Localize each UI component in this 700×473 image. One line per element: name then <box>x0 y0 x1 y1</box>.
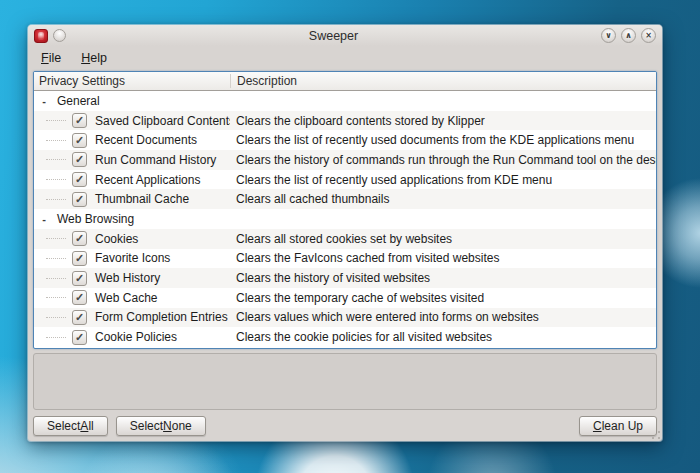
tree-group-row[interactable]: -General <box>34 91 656 111</box>
checkmark-icon: ✓ <box>75 332 84 343</box>
resize-grip[interactable] <box>652 431 660 439</box>
name-cell: ✓Cookies <box>34 231 230 246</box>
checkmark-icon: ✓ <box>75 194 84 205</box>
item-checkbox[interactable]: ✓ <box>72 310 87 325</box>
item-description: Clears all cached thumbnails <box>230 192 656 206</box>
item-description: Clears the history of visited websites <box>230 271 656 285</box>
item-label: Web History <box>95 271 160 285</box>
tree-item-row[interactable]: ✓Thumbnail CacheClears all cached thumbn… <box>34 189 656 209</box>
group-label: General <box>57 94 100 108</box>
privacy-settings-tree: Privacy Settings Description -General✓Sa… <box>33 71 657 349</box>
item-checkbox[interactable]: ✓ <box>72 113 87 128</box>
item-checkbox[interactable]: ✓ <box>72 330 87 345</box>
checkmark-icon: ✓ <box>75 115 84 126</box>
tree-item-row[interactable]: ✓Form Completion EntriesClears values wh… <box>34 308 656 328</box>
item-label: Recent Documents <box>95 133 197 147</box>
tree-item-row[interactable]: ✓Recent ApplicationsClears the list of r… <box>34 170 656 190</box>
item-checkbox[interactable]: ✓ <box>72 251 87 266</box>
chevron-down-icon: ∨ <box>605 32 612 40</box>
tree-branch-line <box>46 179 66 180</box>
item-label: Web Cache <box>95 291 157 305</box>
tree-item-row[interactable]: ✓Web CacheClears the temporary cache of … <box>34 288 656 308</box>
tree-group-row[interactable]: -Web Browsing <box>34 209 656 229</box>
item-checkbox[interactable]: ✓ <box>72 152 87 167</box>
select-all-button[interactable]: Select All <box>33 416 108 436</box>
tree-item-row[interactable]: ✓Recent DocumentsClears the list of rece… <box>34 130 656 150</box>
item-label: Cookies <box>95 232 138 246</box>
item-checkbox[interactable]: ✓ <box>72 133 87 148</box>
collapse-expander-icon[interactable]: - <box>39 214 49 224</box>
tree-branch-line <box>46 258 66 259</box>
item-checkbox[interactable]: ✓ <box>72 192 87 207</box>
cleanup-output-area <box>33 353 657 410</box>
name-cell: ✓Favorite Icons <box>34 251 230 266</box>
checkmark-icon: ✓ <box>75 154 84 165</box>
name-cell: ✓Saved Clipboard Contents <box>34 113 230 128</box>
name-cell: -Web Browsing <box>34 212 230 226</box>
name-cell: ✓Cookie Policies <box>34 330 230 345</box>
tree-branch-line <box>46 317 66 318</box>
select-none-button[interactable]: Select None <box>116 416 206 436</box>
name-cell: ✓Web Cache <box>34 290 230 305</box>
tree-item-row[interactable]: ✓CookiesClears all stored cookies set by… <box>34 229 656 249</box>
column-header-description[interactable]: Description <box>230 74 656 88</box>
tree-item-row[interactable]: ✓Cookie PoliciesClears the cookie polici… <box>34 327 656 347</box>
checkmark-icon: ✓ <box>75 312 84 323</box>
tree-branch-line <box>46 199 66 200</box>
close-icon: × <box>645 32 652 40</box>
minimize-button[interactable]: ∨ <box>601 28 616 43</box>
name-cell: ✓Web History <box>34 271 230 286</box>
tree-branch-line <box>46 337 66 338</box>
titlebar[interactable]: Sweeper ∨ ∧ × <box>28 25 662 46</box>
item-description: Clears all stored cookies set by website… <box>230 232 656 246</box>
item-description: Clears the cookie policies for all visit… <box>230 330 656 344</box>
tree-branch-line <box>46 140 66 141</box>
maximize-button[interactable]: ∧ <box>621 28 636 43</box>
tree-branch-line <box>46 278 66 279</box>
checkmark-icon: ✓ <box>75 273 84 284</box>
column-header-privacy-settings[interactable]: Privacy Settings <box>34 74 230 88</box>
checkmark-icon: ✓ <box>75 233 84 244</box>
name-cell: ✓Form Completion Entries <box>34 310 230 325</box>
tree-branch-line <box>46 297 66 298</box>
button-row: Select All Select None Clean Up <box>33 416 657 436</box>
item-checkbox[interactable]: ✓ <box>72 231 87 246</box>
item-label: Cookie Policies <box>95 330 177 344</box>
item-label: Saved Clipboard Contents <box>95 114 230 128</box>
tree-item-row[interactable]: ✓Saved Clipboard ContentsClears the clip… <box>34 111 656 131</box>
checkmark-icon: ✓ <box>75 253 84 264</box>
tree-rows: -General✓Saved Clipboard ContentsClears … <box>34 91 656 347</box>
item-checkbox[interactable]: ✓ <box>72 290 87 305</box>
window-title: Sweeper <box>71 29 596 43</box>
item-label: Recent Applications <box>95 173 200 187</box>
item-label: Thumbnail Cache <box>95 192 189 206</box>
tree-item-row[interactable]: ✓Run Command HistoryClears the history o… <box>34 150 656 170</box>
sweeper-window: Sweeper ∨ ∧ × FileHelp Privacy Settings … <box>28 25 662 441</box>
item-description: Clears the list of recently used documen… <box>230 133 656 147</box>
item-label: Form Completion Entries <box>95 310 228 324</box>
tree-branch-line <box>46 159 66 160</box>
collapse-expander-icon[interactable]: - <box>39 96 49 106</box>
name-cell: ✓Run Command History <box>34 152 230 167</box>
group-label: Web Browsing <box>57 212 134 226</box>
menu-bar: FileHelp <box>28 46 662 70</box>
checkmark-icon: ✓ <box>75 135 84 146</box>
item-description: Clears the FavIcons cached from visited … <box>230 251 656 265</box>
item-checkbox[interactable]: ✓ <box>72 271 87 286</box>
item-label: Run Command History <box>95 153 216 167</box>
name-cell: ✓Recent Applications <box>34 172 230 187</box>
name-cell: -General <box>34 94 230 108</box>
tree-branch-line <box>46 238 66 239</box>
tree-branch-line <box>46 120 66 121</box>
item-label: Favorite Icons <box>95 251 170 265</box>
menu-help[interactable]: Help <box>78 49 110 67</box>
menu-file[interactable]: File <box>38 49 64 67</box>
tree-item-row[interactable]: ✓Favorite IconsClears the FavIcons cache… <box>34 249 656 269</box>
item-checkbox[interactable]: ✓ <box>72 172 87 187</box>
tree-item-row[interactable]: ✓Web HistoryClears the history of visite… <box>34 268 656 288</box>
name-cell: ✓Thumbnail Cache <box>34 192 230 207</box>
close-button[interactable]: × <box>641 28 656 43</box>
clean-up-button[interactable]: Clean Up <box>579 416 657 436</box>
titlebar-menu-button[interactable] <box>53 29 66 42</box>
item-description: Clears the history of commands run throu… <box>230 153 656 167</box>
